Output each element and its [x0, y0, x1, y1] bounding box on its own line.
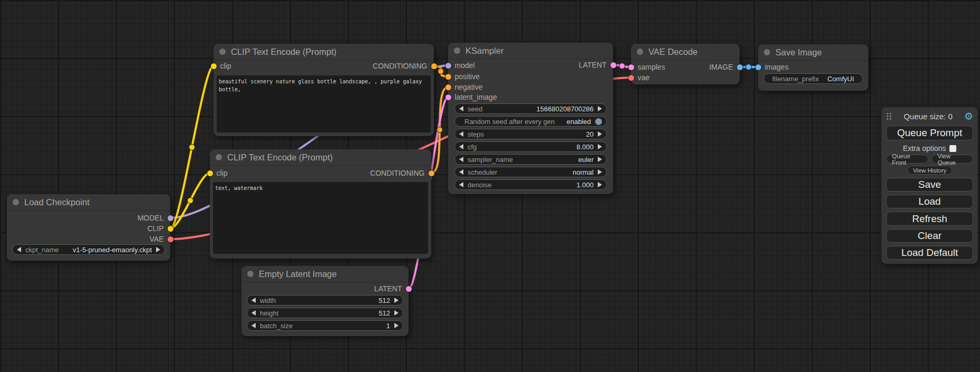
extra-options-checkbox[interactable] [949, 145, 956, 152]
increment-arrow-icon[interactable] [394, 298, 399, 303]
input-clip[interactable]: clip [207, 169, 228, 177]
conditioning-port-icon[interactable] [429, 170, 434, 176]
prev-value-arrow-icon[interactable] [17, 247, 21, 252]
increment-arrow-icon[interactable] [394, 323, 399, 328]
next-value-arrow-icon[interactable] [156, 247, 160, 252]
decrement-arrow-icon[interactable] [459, 182, 463, 187]
image-port-icon[interactable] [755, 64, 761, 70]
input-model[interactable]: model [445, 61, 475, 70]
conditioning-port-icon[interactable] [431, 63, 437, 69]
node-title-bar[interactable]: CLIP Text Encode (Prompt) [214, 44, 434, 60]
input-images[interactable]: images [755, 63, 789, 71]
clear-button[interactable]: Clear [886, 229, 973, 243]
load-default-button[interactable]: Load Default [886, 246, 973, 260]
vae-port-icon[interactable] [628, 75, 634, 81]
steps-widget[interactable]: steps 20 [454, 129, 607, 139]
vae-port-icon[interactable] [168, 236, 173, 242]
denoise-widget[interactable]: denoise 1.000 [454, 179, 607, 190]
model-port-icon[interactable] [168, 215, 173, 221]
collapse-dot-icon[interactable] [13, 199, 19, 205]
settings-gear-icon[interactable]: ⚙ [964, 111, 973, 121]
save-button[interactable]: Save [886, 178, 973, 192]
prev-value-arrow-icon[interactable] [459, 169, 463, 175]
next-value-arrow-icon[interactable] [598, 169, 602, 175]
scheduler-widget[interactable]: scheduler normal [454, 167, 607, 177]
decrement-arrow-icon[interactable] [459, 144, 463, 149]
latent-port-icon[interactable] [406, 286, 412, 292]
cfg-widget[interactable]: cfg 8.000 [454, 141, 607, 152]
drag-handle-icon[interactable] [886, 112, 892, 120]
wire-midpoint-dot[interactable] [438, 69, 444, 74]
latent-port-icon[interactable] [628, 64, 634, 70]
input-samples[interactable]: samples [628, 63, 665, 71]
width-widget[interactable]: width 512 [247, 295, 403, 306]
decrement-arrow-icon[interactable] [251, 323, 256, 328]
node-save-image[interactable]: Save Image images filename_prefix ComfyU… [758, 44, 868, 91]
ckpt-name-widget[interactable]: ckpt_name v1-5-pruned-emaonly.ckpt [12, 244, 165, 255]
view-history-button[interactable]: View History [907, 166, 953, 175]
latent-port-icon[interactable] [445, 94, 451, 100]
next-value-arrow-icon[interactable] [598, 157, 602, 162]
height-widget[interactable]: height 512 [247, 308, 403, 318]
input-vae[interactable]: vae [628, 73, 650, 82]
output-clip[interactable]: CLIP [147, 224, 173, 233]
wire-midpoint-dot[interactable] [437, 127, 443, 133]
increment-arrow-icon[interactable] [598, 106, 602, 111]
model-port-icon[interactable] [445, 63, 451, 69]
output-model[interactable]: MODEL [138, 214, 173, 222]
clip-port-icon[interactable] [211, 63, 217, 69]
input-latent-image[interactable]: latent_image [445, 93, 497, 101]
node-ksampler[interactable]: KSampler model positive negative latent_… [448, 43, 613, 194]
input-negative[interactable]: negative [445, 83, 483, 91]
toggle-knob-icon[interactable] [595, 118, 602, 125]
node-title-bar[interactable]: Load Checkpoint [7, 194, 170, 211]
node-title-bar[interactable]: CLIP Text Encode (Prompt) [210, 149, 431, 166]
batch-size-widget[interactable]: batch_size 1 [247, 320, 403, 331]
node-empty-latent-image[interactable]: Empty Latent Image LATENT width 512 heig… [241, 266, 409, 336]
random-seed-toggle-widget[interactable]: Random seed after every gen enabled [454, 116, 607, 127]
collapse-dot-icon[interactable] [764, 49, 770, 55]
node-vae-decode[interactable]: VAE Decode samples vae IMAGE [631, 44, 740, 84]
filename-prefix-widget[interactable]: filename_prefix ComfyUI [763, 73, 863, 84]
collapse-dot-icon[interactable] [637, 49, 643, 55]
latent-port-icon[interactable] [610, 62, 616, 68]
collapse-dot-icon[interactable] [216, 154, 222, 160]
output-conditioning[interactable]: CONDITIONING [373, 62, 436, 70]
prompt-text-area[interactable]: beautiful scenery nature glass bottle la… [217, 75, 431, 132]
output-latent[interactable]: LATENT [374, 284, 412, 293]
increment-arrow-icon[interactable] [598, 182, 602, 187]
input-positive[interactable]: positive [445, 72, 480, 81]
node-load-checkpoint[interactable]: Load Checkpoint MODEL CLIP VAE ckpt_name… [7, 194, 170, 261]
wire-midpoint-dot[interactable] [189, 145, 195, 150]
refresh-button[interactable]: Refresh [886, 212, 973, 225]
sampler-name-widget[interactable]: sampler_name euler [454, 154, 607, 165]
clip-port-icon[interactable] [207, 170, 213, 176]
node-title-bar[interactable]: Empty Latent Image [241, 266, 409, 282]
collapse-dot-icon[interactable] [219, 49, 226, 55]
clip-port-icon[interactable] [168, 226, 173, 232]
increment-arrow-icon[interactable] [598, 131, 602, 137]
increment-arrow-icon[interactable] [394, 310, 399, 316]
node-clip-text-encode-positive[interactable]: CLIP Text Encode (Prompt) clip CONDITION… [214, 44, 434, 136]
node-title-bar[interactable]: Save Image [758, 44, 868, 61]
queue-front-button[interactable]: Queue Front [886, 155, 928, 164]
wire-midpoint-dot[interactable] [746, 64, 752, 70]
decrement-arrow-icon[interactable] [251, 298, 256, 303]
output-vae[interactable]: VAE [150, 235, 173, 243]
decrement-arrow-icon[interactable] [459, 131, 463, 137]
collapse-dot-icon[interactable] [454, 47, 460, 54]
wire-midpoint-dot[interactable] [188, 198, 193, 204]
conditioning-port-icon[interactable] [445, 74, 451, 80]
collapse-dot-icon[interactable] [247, 271, 254, 277]
node-graph-canvas[interactable]: Load Checkpoint MODEL CLIP VAE ckpt_name… [0, 0, 980, 372]
input-clip[interactable]: clip [211, 62, 231, 70]
load-button[interactable]: Load [886, 195, 973, 208]
queue-prompt-button[interactable]: Queue Prompt [886, 126, 973, 140]
image-port-icon[interactable] [737, 64, 743, 70]
output-latent[interactable]: LATENT [579, 61, 616, 69]
conditioning-port-icon[interactable] [445, 84, 451, 90]
node-title-bar[interactable]: KSampler [448, 43, 613, 59]
increment-arrow-icon[interactable] [598, 144, 602, 149]
node-clip-text-encode-negative[interactable]: CLIP Text Encode (Prompt) clip CONDITION… [210, 149, 431, 259]
output-image[interactable]: IMAGE [709, 63, 742, 71]
